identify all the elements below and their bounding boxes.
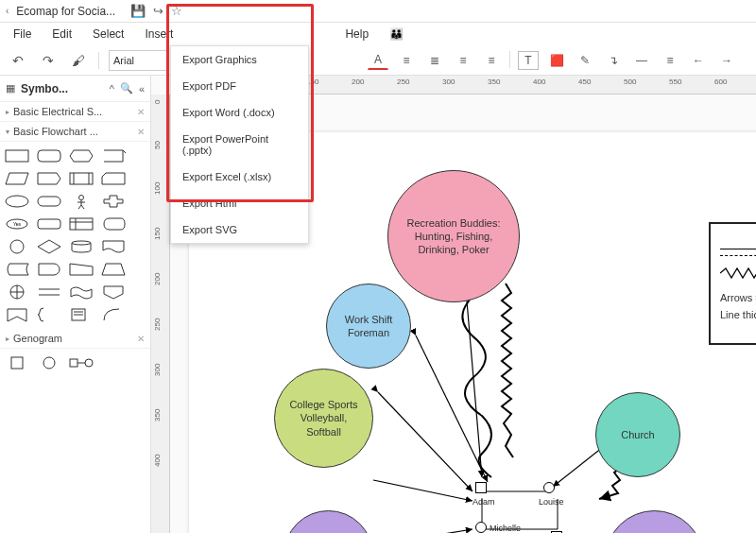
legend: Arrows = Line thicl: [709, 222, 756, 345]
shape-diamond[interactable]: [34, 236, 64, 257]
close-icon[interactable]: ✕: [137, 334, 145, 344]
export-icon[interactable]: ↪: [153, 4, 163, 18]
shape-annotation[interactable]: [98, 146, 129, 166]
close-icon[interactable]: ✕: [137, 127, 145, 137]
bubble-church[interactable]: Church: [595, 392, 680, 477]
geno-michelle[interactable]: [475, 522, 487, 533]
shape-display[interactable]: [98, 214, 129, 234]
format-painter-icon[interactable]: 🖌: [68, 50, 89, 71]
shape-roundrect2[interactable]: [34, 214, 64, 234]
search-icon[interactable]: 🔍: [120, 82, 133, 95]
pencil-icon[interactable]: ✎: [575, 51, 595, 70]
shape-database[interactable]: [66, 236, 96, 257]
export-powerpoint[interactable]: Export PowerPoint (.pptx): [171, 126, 308, 163]
line-spacing-icon[interactable]: ≡: [396, 51, 417, 70]
shape-card[interactable]: [98, 168, 129, 189]
align-icon[interactable]: ≣: [424, 51, 445, 70]
bubble-school[interactable]: School Good Student but very tense,: [605, 510, 704, 533]
shape-offpage[interactable]: [98, 282, 129, 302]
menu-select[interactable]: Select: [83, 26, 133, 43]
menu-help[interactable]: Help: [335, 26, 378, 43]
bubble-collegesports[interactable]: College Sports Volleyball, Softball: [274, 369, 373, 468]
shape-predef[interactable]: [66, 168, 96, 189]
shape-offpage2[interactable]: [2, 304, 32, 325]
export-word[interactable]: Export Word (.docx): [171, 99, 308, 126]
svg-line-39: [373, 480, 472, 501]
shape-doc[interactable]: [98, 236, 129, 257]
shape-roundrect[interactable]: [34, 146, 64, 166]
svg-marker-27: [104, 286, 123, 299]
svg-point-8: [6, 196, 28, 207]
shape-or[interactable]: [2, 282, 32, 302]
geno-female[interactable]: [34, 352, 64, 373]
shape-ellipse[interactable]: [2, 191, 32, 212]
geno-male[interactable]: [2, 352, 32, 373]
divider: [509, 51, 510, 68]
svg-line-37: [416, 335, 488, 482]
shape-hex[interactable]: [66, 146, 96, 166]
bubble-scholarship[interactable]: College Sports Scholarship: [284, 510, 373, 533]
export-svg[interactable]: Export SVG: [171, 216, 308, 243]
shape-person[interactable]: [66, 191, 96, 212]
shape-tape[interactable]: [66, 282, 96, 302]
legend-dashed-line: [720, 255, 756, 256]
connector-icon[interactable]: ↴: [603, 51, 624, 70]
arrow-start-icon[interactable]: ←: [688, 51, 709, 70]
text-color-icon[interactable]: A: [368, 51, 388, 70]
shape-rect[interactable]: [2, 146, 32, 166]
category-basic-electrical[interactable]: ▸Basic Electrical S...✕: [0, 102, 150, 122]
save-icon[interactable]: 💾: [130, 4, 146, 18]
svg-line-42: [357, 529, 472, 533]
shape-delay[interactable]: [34, 259, 64, 280]
export-graphics[interactable]: Export Graphics: [171, 46, 308, 73]
menu-edit[interactable]: Edit: [43, 26, 81, 43]
align-v-icon[interactable]: ≡: [481, 51, 502, 70]
star-icon[interactable]: ☆: [171, 4, 182, 18]
shape-yes[interactable]: Yes: [2, 214, 32, 234]
redo-icon[interactable]: ↷: [38, 50, 59, 71]
geno-adam[interactable]: [475, 482, 487, 493]
bubble-workshift[interactable]: Work Shift Foreman: [326, 284, 411, 369]
library-icon[interactable]: ▦: [6, 82, 15, 95]
svg-marker-18: [38, 240, 60, 253]
back-chevron-icon[interactable]: ‹: [6, 6, 9, 16]
close-icon[interactable]: ✕: [137, 107, 145, 117]
shape-lines[interactable]: [34, 282, 64, 302]
collapse-icon[interactable]: «: [139, 83, 145, 95]
undo-icon[interactable]: ↶: [8, 50, 28, 71]
menu-file[interactable]: File: [4, 26, 41, 43]
align-h-icon[interactable]: ≡: [453, 51, 473, 70]
binoculars-icon[interactable]: 👪: [380, 26, 413, 43]
category-genogram[interactable]: ▸Genogram✕: [0, 329, 150, 349]
shape-cross[interactable]: [98, 191, 129, 212]
category-basic-flowchart[interactable]: ▾Basic Flowchart ...✕: [0, 122, 150, 142]
chevron-up-icon[interactable]: ^: [110, 83, 114, 95]
export-html[interactable]: Export Html: [171, 190, 308, 216]
text-box-icon[interactable]: T: [518, 51, 539, 70]
geno-couple[interactable]: [66, 352, 96, 373]
line-style-icon[interactable]: —: [631, 51, 652, 70]
legend-line-text: Line thicl: [720, 309, 756, 320]
arrow-end-icon[interactable]: →: [716, 51, 737, 70]
fill-icon[interactable]: 🟥: [546, 51, 567, 70]
shape-arc[interactable]: [98, 304, 129, 325]
geno-louise[interactable]: [543, 482, 555, 493]
shape-trap[interactable]: [98, 259, 129, 280]
export-excel[interactable]: Export Excel (.xlsx): [171, 163, 308, 190]
label-louise: Louise: [539, 497, 564, 507]
shape-terminator[interactable]: [34, 191, 64, 212]
shape-pent[interactable]: [34, 168, 64, 189]
shape-manual[interactable]: [66, 259, 96, 280]
shape-circle[interactable]: [2, 236, 32, 257]
shape-note[interactable]: [66, 304, 96, 325]
bubble-recreation[interactable]: Recreation Buddies: Hunting, Fishing, Dr…: [387, 170, 520, 302]
shape-stored[interactable]: [2, 259, 32, 280]
menu-insert[interactable]: Insert: [135, 26, 182, 43]
shape-parallelogram[interactable]: [2, 168, 32, 189]
shape-internal[interactable]: [66, 214, 96, 234]
document-title: Ecomap for Socia...: [16, 5, 115, 18]
line-weight-icon[interactable]: ≡: [660, 51, 680, 70]
font-select[interactable]: Arial: [109, 50, 169, 71]
export-pdf[interactable]: Export PDF: [171, 73, 308, 99]
shape-brace[interactable]: [34, 304, 64, 325]
